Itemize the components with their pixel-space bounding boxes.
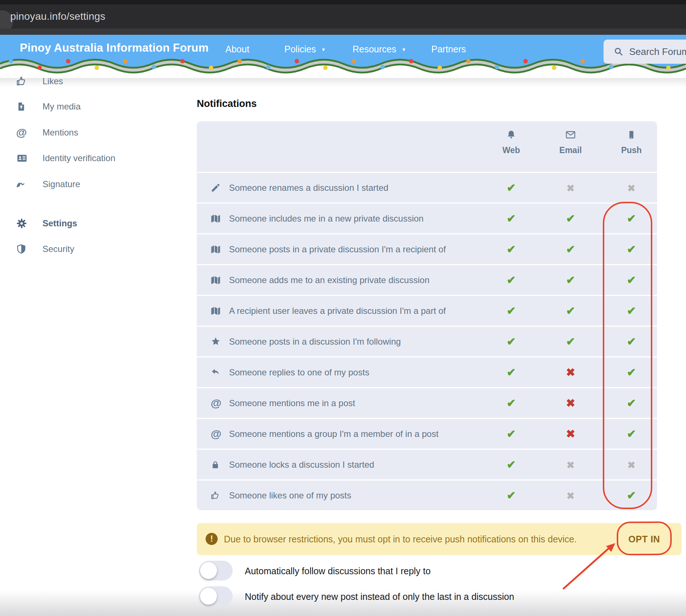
table-row: Someone posts in a discussion I'm follow… xyxy=(197,326,657,356)
toggle-knob xyxy=(200,562,217,579)
toggle-cell-web[interactable] xyxy=(489,173,533,203)
notifications-table: Web Email Push Someone renames a discuss… xyxy=(197,121,657,510)
map-icon xyxy=(211,296,225,326)
nav-item-resources[interactable]: Resources▼ xyxy=(353,44,406,55)
table-row: Someone replies to one of my posts xyxy=(197,356,657,387)
toggle-cell-email[interactable] xyxy=(549,234,593,264)
chevron-down-icon: ▼ xyxy=(402,47,406,52)
gear-icon xyxy=(16,217,32,230)
row-label: Someone posts in a private discussion I'… xyxy=(229,234,446,264)
page-title: Notifications xyxy=(197,98,257,110)
search-icon xyxy=(614,47,623,56)
toggle-cell-web[interactable] xyxy=(489,296,533,326)
toggle-cell-email[interactable] xyxy=(549,480,593,510)
toggle-cell-email[interactable] xyxy=(549,265,593,295)
toggle-cell-web[interactable] xyxy=(489,388,533,418)
map-icon xyxy=(211,265,225,295)
table-row: Someone adds me to an existing private d… xyxy=(197,264,657,295)
table-row: A recipient user leaves a private discus… xyxy=(197,295,657,326)
sidebar-item-signature[interactable]: Signature xyxy=(16,176,170,192)
id-card-icon xyxy=(16,152,32,164)
table-row: Someone includes me in a new private dis… xyxy=(197,203,657,233)
arrow-annotation xyxy=(542,531,630,597)
sidebar-item-security[interactable]: Security xyxy=(16,241,170,257)
notify-every-post-toggle[interactable] xyxy=(199,586,233,606)
row-label: Someone renames a discussion I started xyxy=(229,173,388,203)
toggle-cell-email[interactable] xyxy=(549,450,593,479)
search-input[interactable]: Search Forum xyxy=(604,40,686,64)
chevron-down-icon: ▼ xyxy=(321,47,326,52)
table-row: @ Someone mentions a group I'm a member … xyxy=(197,418,657,449)
push-column-highlight-annotation xyxy=(603,202,652,509)
url-text[interactable]: pinoyau.info/settings xyxy=(10,4,105,29)
toggle-cell-web[interactable] xyxy=(489,234,533,264)
envelope-icon xyxy=(549,129,593,144)
toggle-knob xyxy=(200,588,217,605)
phone-icon xyxy=(609,129,653,144)
row-label: Someone likes one of my posts xyxy=(229,480,351,510)
sidebar-item-identity-verification[interactable]: Identity verification xyxy=(16,150,170,166)
sidebar-item-settings[interactable]: Settings xyxy=(16,215,170,231)
notify-every-post-label: Notify about every new post instead of o… xyxy=(245,591,514,602)
row-label: Someone posts in a discussion I'm follow… xyxy=(229,327,401,356)
site-title[interactable]: Pinoy Australia Information Forum xyxy=(20,41,209,55)
banner-text: Due to browser restrictions, you must op… xyxy=(224,523,577,555)
pencil-icon xyxy=(211,173,225,203)
browser-chrome-bottom xyxy=(0,29,686,35)
reply-icon xyxy=(211,357,225,387)
browser-chrome-top xyxy=(0,0,686,4)
row-label: Someone mentions me in a post xyxy=(229,388,355,418)
row-label: Someone locks a discussion I started xyxy=(229,450,374,479)
table-row: Someone likes one of my posts xyxy=(197,479,657,510)
at-icon: @ xyxy=(211,388,225,418)
shield-icon xyxy=(16,243,32,255)
bell-icon xyxy=(489,129,533,144)
signature-icon xyxy=(16,178,32,190)
auto-follow-label: Automatically follow discussions that I … xyxy=(245,566,431,576)
toggle-cell-web[interactable] xyxy=(489,480,533,510)
table-row: Someone posts in a private discussion I'… xyxy=(197,233,657,264)
toggle-cell-web[interactable] xyxy=(489,204,533,233)
nav-item-about[interactable]: About xyxy=(225,44,249,55)
sidebar-item-mentions[interactable]: @ Mentions xyxy=(16,125,170,141)
column-header-email: Email xyxy=(549,121,593,155)
toggle-cell-web[interactable] xyxy=(489,357,533,387)
auto-follow-toggle[interactable] xyxy=(199,561,233,580)
toggle-cell-web[interactable] xyxy=(489,450,533,479)
toggle-cell-email[interactable] xyxy=(549,204,593,233)
warning-icon: ! xyxy=(206,533,218,545)
row-label: Someone replies to one of my posts xyxy=(229,357,369,387)
thumbs-up-icon xyxy=(211,480,225,510)
row-label: Someone mentions a group I'm a member of… xyxy=(229,419,439,449)
toggle-cell-web[interactable] xyxy=(489,265,533,295)
nav-item-policies[interactable]: Policies▼ xyxy=(284,44,326,55)
star-icon xyxy=(211,327,225,356)
at-icon: @ xyxy=(211,419,225,449)
map-icon xyxy=(211,234,225,264)
toggle-cell-web[interactable] xyxy=(489,419,533,449)
media-upload-icon xyxy=(16,100,32,113)
search-placeholder: Search Forum xyxy=(629,46,686,57)
nav-shadow xyxy=(0,78,686,87)
toggle-cell-web[interactable] xyxy=(489,327,533,356)
toggle-cell-email[interactable] xyxy=(549,173,593,203)
toggle-cell-email[interactable] xyxy=(549,327,593,356)
navbar: Pinoy Australia Information Forum About … xyxy=(0,35,686,68)
toggle-cell-email[interactable] xyxy=(549,388,593,418)
table-row: Someone locks a discussion I started xyxy=(197,449,657,479)
row-label: Someone includes me in a new private dis… xyxy=(229,204,424,233)
toggle-cell-email[interactable] xyxy=(549,296,593,326)
column-header-web: Web xyxy=(489,121,533,155)
table-header: Web Email Push xyxy=(197,121,657,172)
toggle-cell-push[interactable] xyxy=(609,173,653,203)
toggle-cell-email[interactable] xyxy=(549,357,593,387)
lock-icon xyxy=(211,450,225,479)
sidebar-item-my-media[interactable]: My media xyxy=(16,99,170,115)
table-row: @ Someone mentions me in a post xyxy=(197,387,657,418)
map-icon xyxy=(211,204,225,233)
toggle-cell-email[interactable] xyxy=(549,419,593,449)
at-icon: @ xyxy=(16,126,32,139)
nav-item-partners[interactable]: Partners xyxy=(431,44,466,55)
row-label: Someone adds me to an existing private d… xyxy=(229,265,429,295)
table-row: Someone renames a discussion I started xyxy=(197,172,657,203)
